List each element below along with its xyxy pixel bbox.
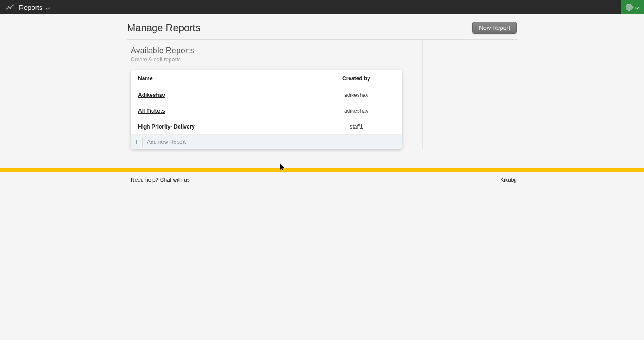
add-new-report-row[interactable]: + Add new Report xyxy=(131,135,402,149)
analytics-icon xyxy=(6,4,14,10)
chevron-down-icon xyxy=(635,3,639,11)
avatar-icon xyxy=(626,4,633,11)
right-panel xyxy=(423,40,517,149)
help-link[interactable]: Need help? Chat with us xyxy=(131,177,190,183)
column-header-created-by: Created by xyxy=(317,75,395,82)
main-content: Manage Reports New Report Available Repo… xyxy=(0,14,644,188)
user-menu[interactable] xyxy=(621,0,644,14)
page-title: Manage Reports xyxy=(127,22,201,34)
add-new-report-label: Add new Report xyxy=(147,139,186,145)
section-subtitle: Create & edit reports xyxy=(131,56,422,63)
page-header: Manage Reports New Report xyxy=(127,14,517,40)
footer: Need help? Chat with us Kikubg xyxy=(0,172,644,188)
top-navbar: Reports xyxy=(0,0,644,14)
report-link[interactable]: All Tickets xyxy=(138,108,317,114)
table-row: All Tickets adikeshav xyxy=(131,103,402,119)
chevron-down-icon xyxy=(46,4,50,11)
topbar-title-text: Reports xyxy=(19,4,43,11)
report-creator: staff1 xyxy=(317,124,395,130)
table-row: Adikeshav adikeshav xyxy=(131,87,402,103)
report-creator: adikeshav xyxy=(317,92,395,98)
column-header-name: Name xyxy=(138,75,317,82)
report-creator: adikeshav xyxy=(317,108,395,114)
plus-icon: + xyxy=(133,138,143,147)
new-report-button[interactable]: New Report xyxy=(472,22,517,34)
reports-card: Name Created by Adikeshav adikeshav All … xyxy=(131,70,402,149)
report-link[interactable]: Adikeshav xyxy=(138,92,317,98)
report-link[interactable]: High Priority- Delivery xyxy=(138,124,317,130)
content-area: Available Reports Create & edit reports … xyxy=(127,40,517,149)
divider-bar xyxy=(0,168,644,172)
reports-dropdown[interactable]: Reports xyxy=(19,4,50,11)
svg-point-1 xyxy=(8,6,9,8)
left-panel: Available Reports Create & edit reports … xyxy=(127,40,423,149)
table-header: Name Created by xyxy=(131,70,402,87)
brand-label: Kikubg xyxy=(500,177,517,183)
svg-point-2 xyxy=(10,8,11,9)
section-title: Available Reports xyxy=(131,46,422,55)
topbar-left: Reports xyxy=(6,4,50,11)
table-row: High Priority- Delivery staff1 xyxy=(131,119,402,135)
